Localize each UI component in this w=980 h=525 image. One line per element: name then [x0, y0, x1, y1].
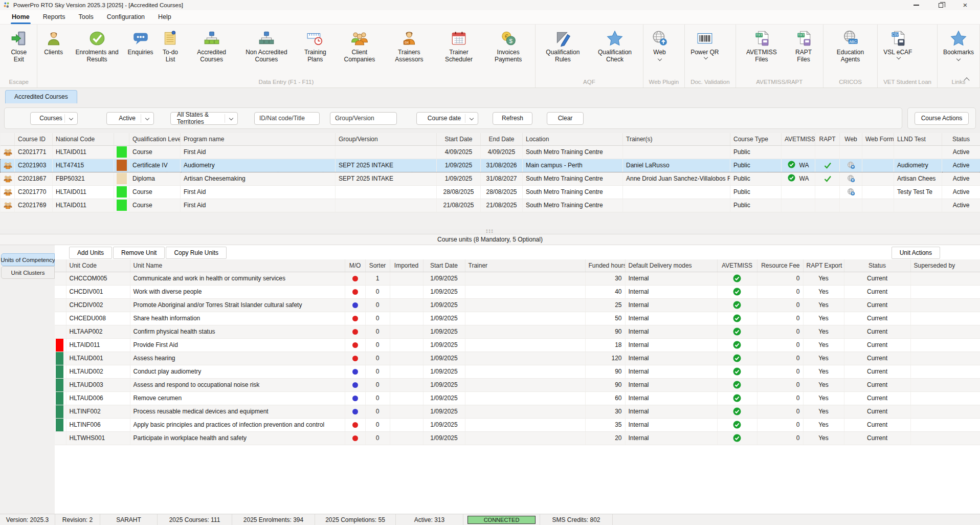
client-companies-button[interactable]: Client Companies: [336, 26, 384, 64]
unit-row[interactable]: HLTAID011Provide First Aid01/09/202518In…: [55, 338, 980, 352]
column-header-rapt_export[interactable]: RAPT Export: [803, 259, 844, 272]
course-row[interactable]: C2021771HLTAID011CourseFirst Aid4/09/202…: [1, 145, 980, 159]
unit-row[interactable]: CHCDIV002Promote Aboriginal and/or Torre…: [55, 298, 980, 312]
enrolments-and-results-button[interactable]: Enrolments and Results: [69, 26, 126, 64]
column-header-rapt[interactable]: RAPT: [815, 133, 840, 145]
courses-filter[interactable]: Courses: [30, 112, 78, 125]
column-header-group_version[interactable]: Group/Version: [336, 133, 437, 145]
status-item-label: Version: 2025.3: [6, 516, 49, 523]
education-agents-button[interactable]: ABCEducation Agents: [825, 26, 876, 64]
column-header-swatch[interactable]: [55, 259, 66, 272]
menu-item-help[interactable]: Help: [151, 10, 178, 24]
unit-row[interactable]: CHCCOM005Communicate and work in health …: [55, 272, 980, 285]
clients-button[interactable]: Clients: [39, 26, 69, 57]
power-qr-button[interactable]: Power QR: [686, 26, 723, 61]
course-row[interactable]: C2021903HLT47415Certificate IVAudiometry…: [1, 159, 980, 172]
column-header-trainer[interactable]: Trainer: [465, 259, 585, 272]
column-header-unit_name[interactable]: Unit Name: [130, 259, 345, 272]
column-header-qualification_level[interactable]: Qualification Level: [129, 133, 181, 145]
enquiries-button[interactable]: Enquiries: [126, 26, 155, 57]
unit-row[interactable]: CHCDIV001Work with diverse people01/09/2…: [55, 285, 980, 298]
column-header-status[interactable]: Status: [942, 133, 980, 145]
bookmarks-button[interactable]: Bookmarks: [939, 26, 978, 61]
add-units-button[interactable]: Add Units: [69, 247, 112, 259]
column-header-course_id[interactable]: Course ID: [15, 133, 53, 145]
column-header-swatch[interactable]: [114, 133, 129, 145]
unit-row[interactable]: HLTAUD001Assess hearing01/09/2025120Inte…: [55, 352, 980, 365]
menu-item-home[interactable]: Home: [5, 10, 36, 24]
column-header-imported[interactable]: Imported: [390, 259, 423, 272]
unit-row[interactable]: HLTAUD006Remove cerumen01/09/202560Inter…: [55, 391, 980, 405]
course-date-filter[interactable]: Course date: [416, 112, 478, 125]
course-row[interactable]: C2021770HLTAID011CourseFirst Aid28/08/20…: [1, 185, 980, 199]
side-tab-unit-clusters[interactable]: Unit Clusters: [1, 266, 55, 279]
menu-item-configuration[interactable]: Configuration: [100, 10, 151, 24]
invoices-payments-button[interactable]: €$Invoices Payments: [483, 26, 533, 64]
column-header-mo[interactable]: M/O: [345, 259, 365, 272]
to-do-list-button[interactable]: To-do List: [155, 26, 186, 64]
unit-row[interactable]: HLTWHS001Participate in workplace health…: [55, 431, 980, 445]
avetmiss-files-button[interactable]: TXTAVETMISS Files: [738, 26, 786, 64]
cell-web: [840, 199, 862, 212]
column-header-avetmiss[interactable]: AVETMISS: [717, 259, 757, 272]
column-header-sorter[interactable]: Sorter: [365, 259, 390, 272]
minimize-button[interactable]: [912, 2, 920, 9]
copy-rule-units-button[interactable]: Copy Rule Units: [166, 247, 227, 259]
web-button[interactable]: Web: [645, 26, 675, 61]
unit-actions-button[interactable]: Unit Actions: [892, 247, 940, 259]
column-header-funded_hours[interactable]: Funded hours: [585, 259, 625, 272]
id-code-title-input[interactable]: [254, 112, 320, 125]
column-header-start_date[interactable]: Start Date: [423, 259, 465, 272]
group-version-input[interactable]: [330, 112, 397, 125]
column-header-national_code[interactable]: National Code: [53, 133, 114, 145]
column-header-location[interactable]: Location: [523, 133, 623, 145]
clear-button[interactable]: Clear: [547, 112, 584, 125]
close-exit-button[interactable]: Close Exit: [3, 26, 35, 64]
unit-row[interactable]: HLTINF002Process reusable medical device…: [55, 405, 980, 418]
qualification-rules-button[interactable]: Qualification Rules: [537, 26, 588, 64]
unit-row[interactable]: HLTINF006Apply basic principles and prac…: [55, 418, 980, 431]
remove-unit-button[interactable]: Remove Unit: [113, 247, 165, 259]
course-row[interactable]: C2021769HLTAID011CourseFirst Aid21/08/20…: [1, 199, 980, 212]
column-header-avetmiss[interactable]: AVETMISS: [782, 133, 815, 145]
tab-accredited-courses[interactable]: Accredited Courses: [5, 90, 77, 103]
refresh-button[interactable]: Refresh: [493, 112, 532, 125]
column-header-llnd_test[interactable]: LLND Test: [894, 133, 942, 145]
column-header-trainers[interactable]: Trainer(s): [623, 133, 730, 145]
splitter-handle[interactable]: ••••••: [0, 229, 980, 234]
menu-item-tools[interactable]: Tools: [72, 10, 100, 24]
column-header-web[interactable]: Web: [840, 133, 862, 145]
status-filter[interactable]: Active: [106, 112, 154, 125]
restore-button[interactable]: [937, 2, 944, 9]
course-actions-button[interactable]: Course Actions: [915, 112, 969, 125]
unit-row[interactable]: HLTAUD002Conduct play audiometry01/09/20…: [55, 365, 980, 378]
states-filter[interactable]: All States & Territories: [170, 112, 238, 125]
trainers-assessors-button[interactable]: DXTrainers Assessors: [384, 26, 435, 64]
column-header-superseded_by[interactable]: Superseded by: [910, 259, 980, 272]
side-tab-units-of-competency[interactable]: Units of Competency: [1, 253, 55, 266]
course-row[interactable]: C2021867FBP50321DiplomaArtisan Cheesemak…: [1, 172, 980, 185]
accredited-courses-button[interactable]: Accredited Courses: [185, 26, 237, 64]
menu-item-reports[interactable]: Reports: [36, 10, 72, 24]
column-header-start_date[interactable]: Start Date: [437, 133, 481, 145]
unit-row[interactable]: HLTAUD003Assess and respond to occupatio…: [55, 378, 980, 391]
column-header-rowicon[interactable]: [1, 133, 15, 145]
unit-row[interactable]: CHCEDU008Share health information01/09/2…: [55, 312, 980, 325]
non-accredited-courses-button[interactable]: Non Accredited Courses: [238, 26, 295, 64]
column-header-unit_code[interactable]: Unit Code: [66, 259, 130, 272]
column-header-program_name[interactable]: Program name: [181, 133, 336, 145]
column-header-web_form[interactable]: Web Form: [862, 133, 894, 145]
column-header-end_date[interactable]: End Date: [481, 133, 523, 145]
vsl-ecaf-button[interactable]: CSVVSL eCAF: [879, 26, 916, 61]
column-header-course_type[interactable]: Course Type: [730, 133, 782, 145]
column-header-delivery[interactable]: Default Delivery modes: [625, 259, 717, 272]
column-header-status[interactable]: Status: [844, 259, 910, 272]
column-header-resource_fee[interactable]: Resource Fee: [757, 259, 803, 272]
trainer-scheduler-button[interactable]: Trainer Scheduler: [435, 26, 483, 64]
qualification-check-button[interactable]: Qualification Check: [588, 26, 641, 64]
close-button[interactable]: ×: [962, 2, 969, 9]
unit-row[interactable]: HLTAAP002Confirm physical health status0…: [55, 325, 980, 338]
rapt-files-button[interactable]: TXTRAPT Files: [786, 26, 821, 64]
cell-rapt_export: Yes: [803, 391, 844, 405]
training-plans-button[interactable]: Training Plans: [295, 26, 336, 64]
